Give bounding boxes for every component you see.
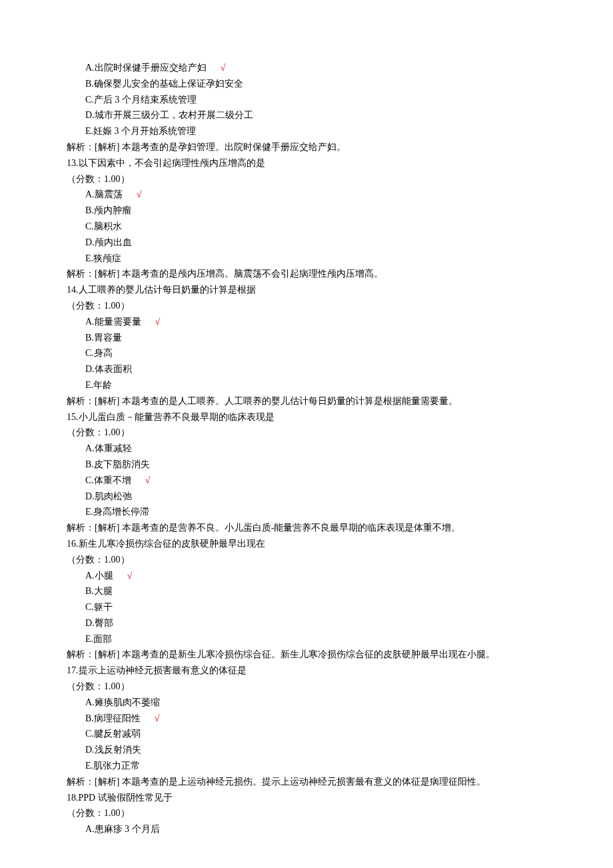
- question-score: （分数：1.00）: [67, 552, 546, 568]
- option-label: A.出院时保健手册应交给产妇: [85, 63, 207, 73]
- option-label: C.产后 3 个月结束系统管理: [85, 95, 197, 105]
- question-score: （分数：1.00）: [67, 171, 546, 187]
- option: C.脑积水: [67, 219, 546, 235]
- option-label: B.病理征阳性: [85, 713, 141, 723]
- option-label: A.瘫痪肌肉不萎缩: [85, 697, 160, 707]
- check-icon: √: [155, 317, 161, 327]
- option-label: C.身高: [85, 348, 113, 358]
- analysis: 解析：[解析] 本题考查的是营养不良。小儿蛋白质-能量营养不良最早期的临床表现是…: [67, 520, 546, 536]
- option: D.城市开展三级分工，农村开展二级分工: [67, 107, 546, 123]
- question-stem: 17.提示上运动神经元损害最有意义的体征是: [67, 663, 546, 679]
- question-stem: 13.以下因素中，不会引起病理性颅内压增高的是: [67, 155, 546, 171]
- option-label: D.城市开展三级分工，农村开展二级分工: [85, 110, 253, 120]
- option-label: E.身高增长停滞: [85, 507, 149, 517]
- option: A.出院时保健手册应交给产妇√: [67, 60, 546, 76]
- question-stem: 14.人工喂养的婴儿估计每日奶量的计算是根据: [67, 282, 546, 298]
- option-label: C.体重不增: [85, 475, 131, 485]
- option-label: C.腱反射减弱: [85, 729, 141, 739]
- option-label: B.胃容量: [85, 333, 122, 343]
- option-label: D.臀部: [85, 618, 113, 628]
- option: B.病理征阳性√: [67, 711, 546, 727]
- option: A.脑震荡√: [67, 187, 546, 203]
- option-label: C.躯干: [85, 602, 113, 612]
- option-label: A.小腿: [85, 571, 113, 581]
- option-label: D.体表面积: [85, 364, 132, 374]
- check-icon: √: [155, 713, 160, 723]
- option: B.确保婴儿安全的基础上保证孕妇安全: [67, 76, 546, 92]
- option: E.肌张力正常: [67, 758, 546, 774]
- analysis: 解析：[解析] 本题考查的是上运动神经元损伤。提示上运动神经元损害最有意义的体征…: [67, 774, 546, 790]
- option-label: D.浅反射消失: [85, 745, 141, 755]
- option: D.颅内出血: [67, 235, 546, 251]
- option: D.浅反射消失: [67, 742, 546, 758]
- check-icon: √: [221, 63, 226, 73]
- check-icon: √: [127, 571, 133, 581]
- option: B.皮下脂肪消失: [67, 457, 546, 473]
- option: A.瘫痪肌肉不萎缩: [67, 695, 546, 711]
- analysis: 解析：[解析] 本题考查的是新生儿寒冷损伤综合征。新生儿寒冷损伤综合征的皮肤硬肿…: [67, 647, 546, 663]
- option: D.肌肉松弛: [67, 489, 546, 505]
- option-label: A.患麻疹 3 个月后: [85, 824, 160, 834]
- question-stem: 16.新生儿寒冷损伤综合征的皮肤硬肿最早出现在: [67, 536, 546, 552]
- option: E.妊娠 3 个月开始系统管理: [67, 123, 546, 139]
- option-label: A.脑震荡: [85, 189, 123, 199]
- option: E.狭颅症: [67, 251, 546, 267]
- option: C.腱反射减弱: [67, 726, 546, 742]
- option-label: B.确保婴儿安全的基础上保证孕妇安全: [85, 79, 243, 89]
- option-label: A.体重减轻: [85, 443, 132, 453]
- option: D.臀部: [67, 615, 546, 631]
- option: A.小腿√: [67, 568, 546, 584]
- question-score: （分数：1.00）: [67, 805, 546, 821]
- option: E.身高增长停滞: [67, 504, 546, 520]
- option-label: E.年龄: [85, 380, 112, 390]
- option-label: C.脑积水: [85, 221, 122, 231]
- analysis: 解析：[解析] 本题考查的是孕妇管理。出院时保健手册应交给产妇。: [67, 139, 546, 155]
- question-score: （分数：1.00）: [67, 298, 546, 314]
- option: C.躯干: [67, 599, 546, 615]
- option: E.年龄: [67, 377, 546, 393]
- question-score: （分数：1.00）: [67, 679, 546, 695]
- option: B.颅内肿瘤: [67, 203, 546, 219]
- question-stem: 18.PPD 试验假阴性常见于: [67, 790, 546, 806]
- option: B.胃容量: [67, 330, 546, 346]
- option: B.大腿: [67, 583, 546, 599]
- option: E.面部: [67, 631, 546, 647]
- option: C.体重不增√: [67, 473, 546, 489]
- option-label: D.肌肉松弛: [85, 491, 132, 501]
- option-label: B.颅内肿瘤: [85, 205, 131, 215]
- option-label: E.妊娠 3 个月开始系统管理: [85, 126, 196, 136]
- option: C.产后 3 个月结束系统管理: [67, 92, 546, 108]
- option-label: E.面部: [85, 634, 112, 644]
- option: A.体重减轻: [67, 441, 546, 457]
- option-label: B.皮下脂肪消失: [85, 459, 150, 469]
- option: D.体表面积: [67, 361, 546, 377]
- option: C.身高: [67, 345, 546, 361]
- option: A.能量需要量√: [67, 314, 546, 330]
- option-label: B.大腿: [85, 586, 113, 596]
- question-score: （分数：1.00）: [67, 425, 546, 441]
- question-stem: 15.小儿蛋白质－能量营养不良最早期的临床表现是: [67, 409, 546, 425]
- analysis: 解析：[解析] 本题考查的是颅内压增高。脑震荡不会引起病理性颅内压增高。: [67, 266, 546, 282]
- option-label: A.能量需要量: [85, 317, 141, 327]
- option-label: D.颅内出血: [85, 237, 132, 247]
- option-label: E.狭颅症: [85, 253, 121, 263]
- option: A.患麻疹 3 个月后: [67, 821, 546, 837]
- check-icon: √: [145, 475, 151, 485]
- option-label: E.肌张力正常: [85, 761, 140, 771]
- analysis: 解析：[解析] 本题考查的是人工喂养。人工喂养的婴儿估计每日奶量的计算是根据能量…: [67, 393, 546, 409]
- check-icon: √: [137, 189, 142, 199]
